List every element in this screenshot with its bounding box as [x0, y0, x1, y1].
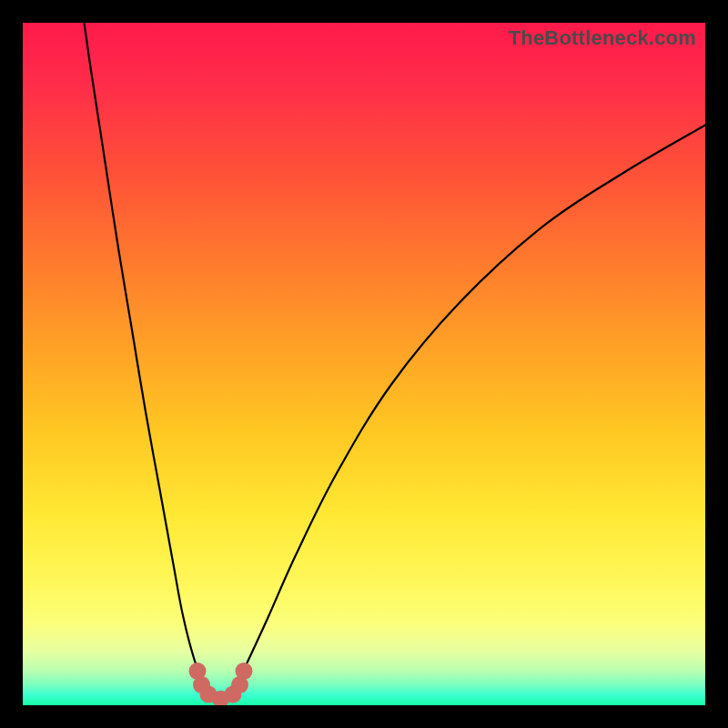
valley-marker	[236, 662, 253, 680]
chart-canvas: TheBottleneck.com	[23, 23, 705, 705]
curve-right-branch	[230, 126, 705, 693]
chart-svg	[23, 23, 705, 705]
watermark-text: TheBottleneck.com	[509, 26, 696, 50]
valley-markers	[189, 662, 253, 705]
curve-left-branch	[85, 23, 212, 693]
